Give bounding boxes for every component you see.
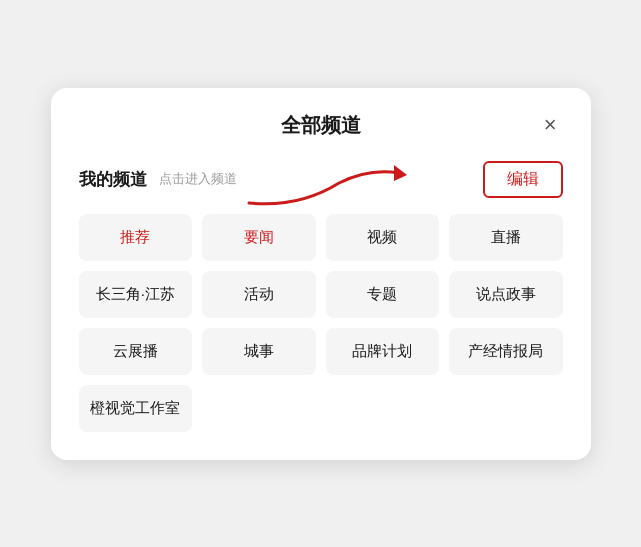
modal-header: 全部频道 ×: [79, 112, 563, 139]
channel-item-huodong[interactable]: 活动: [202, 271, 316, 318]
channel-item-pinpai[interactable]: 品牌计划: [326, 328, 440, 375]
section-header: 我的频道 点击进入频道 编辑: [79, 161, 563, 198]
channel-item-yaowenl[interactable]: 要闻: [202, 214, 316, 261]
modal-title: 全部频道: [281, 112, 361, 139]
channel-item-chengshijue[interactable]: 橙视觉工作室: [79, 385, 193, 432]
edit-button[interactable]: 编辑: [483, 161, 563, 198]
section-label: 我的频道: [79, 168, 147, 191]
channel-item-shuo[interactable]: 说点政事: [449, 271, 563, 318]
channel-item-shipin[interactable]: 视频: [326, 214, 440, 261]
channel-item-tuijian[interactable]: 推荐: [79, 214, 193, 261]
channel-item-zhuanti[interactable]: 专题: [326, 271, 440, 318]
channel-item-chanjing[interactable]: 产经情报局: [449, 328, 563, 375]
channel-item-changsan[interactable]: 长三角·江苏: [79, 271, 193, 318]
channel-item-yun[interactable]: 云展播: [79, 328, 193, 375]
svg-marker-0: [394, 165, 407, 181]
section-left: 我的频道 点击进入频道: [79, 168, 237, 191]
modal-container: 全部频道 × 我的频道 点击进入频道 编辑 推荐要闻视频直播长三角·江苏活动专题…: [51, 88, 591, 460]
close-button[interactable]: ×: [538, 112, 563, 138]
section-hint: 点击进入频道: [159, 170, 237, 188]
channel-item-zhibo[interactable]: 直播: [449, 214, 563, 261]
channels-grid: 推荐要闻视频直播长三角·江苏活动专题说点政事云展播城事品牌计划产经情报局橙视觉工…: [79, 214, 563, 432]
arrow-decoration: [239, 153, 419, 213]
channel-item-chengshi[interactable]: 城事: [202, 328, 316, 375]
